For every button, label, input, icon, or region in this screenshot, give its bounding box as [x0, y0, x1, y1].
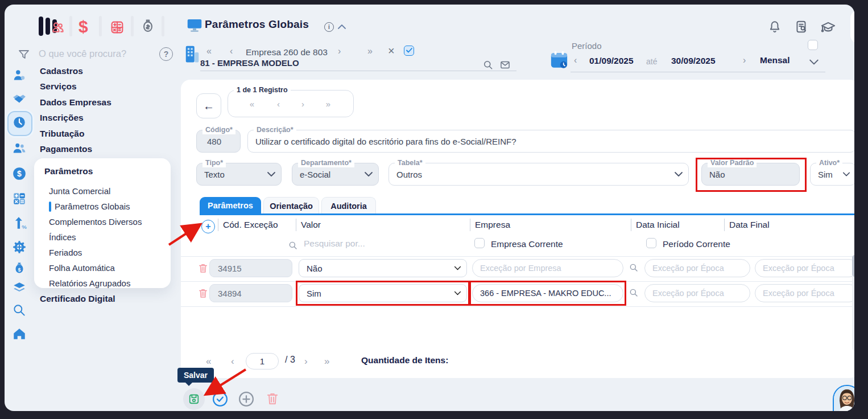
layers-icon[interactable] — [12, 280, 27, 295]
sidebar-item-dados-empresas[interactable]: Dados Empresas — [40, 95, 111, 110]
period-start-date[interactable]: 01/09/2025 — [589, 56, 634, 66]
magnifier-blue-icon[interactable] — [12, 303, 27, 318]
sidebar-item-servicos[interactable]: Serviços — [40, 79, 111, 95]
sidebar-item-pagamentos[interactable]: Pagamentos — [40, 142, 111, 158]
page-next-button[interactable]: › — [304, 356, 308, 367]
submenu-title-parametros[interactable]: Parâmetros — [44, 166, 93, 176]
record-first-button[interactable]: « — [250, 99, 255, 109]
page-prev-button[interactable]: ‹ — [231, 356, 234, 367]
row-data-final-input[interactable] — [755, 259, 854, 277]
period-mode-chevron-down-icon[interactable] — [809, 59, 819, 65]
period-next-button[interactable]: › — [743, 56, 746, 65]
assistant-avatar[interactable] — [833, 385, 854, 411]
svg-text:$: $ — [17, 169, 22, 178]
math-operations-icon[interactable] — [12, 191, 27, 206]
sidebar-item-cadastros[interactable]: Cadastros — [40, 63, 111, 79]
home-icon[interactable] — [12, 326, 27, 341]
delete-row-icon[interactable] — [197, 287, 209, 299]
page-first-button[interactable]: « — [206, 356, 212, 367]
page-title: Parâmetros Globais — [205, 18, 309, 31]
filter-icon[interactable] — [17, 48, 31, 61]
submenu-item-parametros-globais[interactable]: Parâmetros Globais — [55, 199, 130, 214]
valor-search-input[interactable] — [303, 238, 458, 249]
periodo-corrente-checkbox[interactable] — [646, 238, 656, 248]
company-search-icon[interactable] — [482, 59, 494, 71]
row-empresa-input[interactable] — [472, 259, 623, 277]
calculator-icon[interactable] — [109, 19, 125, 35]
sidebar-item-tributacao[interactable]: Tributação — [40, 126, 111, 142]
submenu-item-relatorios-agrupados[interactable]: Relatórios Agrupados — [49, 276, 130, 291]
record-prev-button[interactable]: ‹ — [277, 99, 280, 109]
departamento-select[interactable]: Departamento* e-Social — [292, 163, 379, 186]
row-valor-select[interactable]: Não — [299, 259, 467, 277]
tab-auditoria[interactable]: Auditoria — [321, 197, 376, 214]
period-checkbox[interactable] — [808, 40, 818, 50]
ativo-select[interactable]: Ativo* Sim — [810, 163, 854, 186]
user-avatar-button[interactable] — [850, 10, 854, 43]
sidebar-item-inscricoes[interactable]: Inscrições — [40, 110, 111, 126]
row-data-final-input[interactable] — [755, 284, 854, 302]
sidebar-search-input[interactable] — [38, 48, 148, 60]
moneybag-blue-icon[interactable]: $ — [12, 261, 27, 276]
tipo-select[interactable]: Tipo* Texto — [196, 163, 282, 186]
delete-button[interactable] — [265, 391, 280, 406]
row-data-inicial-input[interactable] — [644, 284, 750, 302]
company-close-button[interactable]: × — [388, 45, 395, 56]
save-button[interactable] — [183, 388, 205, 410]
record-next-button[interactable]: › — [301, 99, 304, 109]
row-data-inicial-input[interactable] — [644, 259, 750, 277]
add-exception-button[interactable]: + — [201, 220, 215, 233]
handshake-icon[interactable] — [12, 91, 27, 106]
sidebar-item-certificado-digital[interactable]: Certificado Digital — [40, 291, 115, 307]
percent-up-icon[interactable]: % — [12, 216, 27, 231]
dollar-icon[interactable]: $ — [78, 17, 88, 36]
company-last-button[interactable]: » — [367, 47, 374, 56]
company-filter-checkbox[interactable] — [404, 46, 414, 56]
chevron-up-icon[interactable] — [337, 23, 346, 30]
row-search-icon[interactable] — [629, 262, 639, 273]
info-icon[interactable]: i — [324, 22, 334, 32]
graduation-cap-icon[interactable] — [820, 19, 836, 35]
submenu-item-junta-comercial[interactable]: Junta Comercial — [49, 183, 110, 199]
column-separator — [218, 219, 218, 231]
descricao-field[interactable]: Descrição* Utilizar o certificado digita… — [247, 130, 854, 153]
confirm-button[interactable] — [212, 391, 229, 408]
period-mode-select[interactable]: Mensal — [760, 55, 790, 65]
record-last-button[interactable]: » — [326, 99, 332, 109]
tab-orientacao[interactable]: Orientação — [263, 197, 319, 214]
empresa-corrente-checkbox[interactable] — [474, 238, 485, 248]
person-gear-icon[interactable] — [12, 68, 27, 83]
assistant-face-image — [834, 386, 854, 411]
people-group-icon[interactable] — [12, 141, 27, 156]
submenu-item-complementos-diversos[interactable]: Complementos Diversos — [49, 214, 142, 229]
period-end-date[interactable]: 30/09/2025 — [671, 56, 716, 66]
submenu-item-folha-automatica[interactable]: Folha Automática — [49, 260, 115, 276]
page-last-button[interactable]: » — [324, 356, 330, 367]
company-next-button[interactable]: › — [338, 47, 341, 56]
help-icon[interactable]: ? — [159, 47, 173, 61]
add-button[interactable] — [238, 391, 255, 408]
people-icon[interactable] — [50, 19, 66, 35]
clock-icon[interactable] — [12, 115, 27, 130]
page-number-field[interactable]: 1 — [246, 353, 279, 369]
table-scrollbar-thumb[interactable] — [852, 255, 854, 277]
delete-row-icon[interactable] — [197, 262, 209, 274]
dollar-circle-icon[interactable]: $ — [12, 166, 27, 181]
period-prev-button[interactable]: ‹ — [574, 56, 577, 65]
row-valor-select[interactable]: Sim — [299, 284, 467, 302]
company-name[interactable]: 81 - EMPRESA MODELO — [200, 58, 299, 68]
back-button[interactable]: ← — [196, 93, 221, 118]
row-empresa-input[interactable] — [472, 284, 623, 302]
row-search-icon[interactable] — [629, 287, 639, 298]
document-search-icon[interactable] — [794, 19, 809, 34]
tabela-select[interactable]: Tabela* Outros — [388, 163, 689, 186]
tab-parametros[interactable]: Parâmetros — [200, 197, 261, 214]
moneybag-icon[interactable] — [140, 18, 156, 35]
gear-icon[interactable] — [12, 240, 27, 254]
mail-icon[interactable] — [499, 59, 511, 71]
company-first-button[interactable]: « — [206, 47, 213, 56]
bell-icon[interactable] — [767, 19, 782, 34]
submenu-item-feriados[interactable]: Feriados — [49, 245, 82, 260]
company-prev-button[interactable]: ‹ — [230, 47, 233, 56]
submenu-item-indices[interactable]: Índices — [49, 229, 76, 245]
